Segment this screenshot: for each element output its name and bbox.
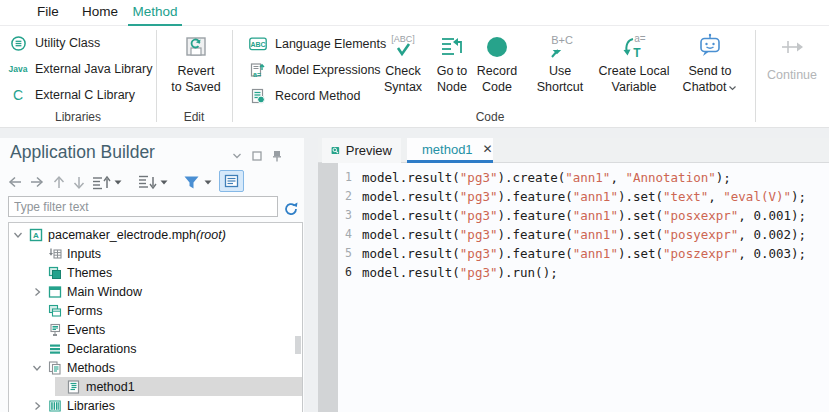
code-segment: model.result( [362, 265, 460, 280]
libraries-icon [48, 399, 62, 412]
breakpoint-margin[interactable] [318, 163, 338, 412]
menu-tab-method[interactable]: Method [128, 0, 182, 26]
events-icon [48, 323, 62, 337]
create-local-variable-button[interactable]: a=T Create Local Variable [596, 32, 672, 106]
forms-icon [48, 304, 62, 318]
chevron-down-icon[interactable] [32, 363, 42, 373]
chevron-right-icon[interactable] [32, 401, 42, 411]
go-to-node-icon [438, 32, 466, 62]
code-segment: , [708, 189, 723, 204]
nav-back-button[interactable] [8, 170, 23, 194]
code-segment: ).set( [618, 227, 663, 242]
check-syntax-button[interactable]: [ABC] Check Syntax [380, 32, 426, 106]
go-to-node-label2: Node [437, 80, 467, 94]
record-method-button[interactable]: Record Method [248, 87, 360, 105]
expand-all-button[interactable] [138, 170, 157, 194]
move-down-button[interactable] [73, 170, 85, 194]
collapse-all-dropdown-icon[interactable] [114, 170, 122, 194]
collapse-all-button[interactable] [92, 170, 111, 194]
code-line-6[interactable]: model.result("pg3").run(); [362, 263, 558, 282]
record-method-label: Record Method [275, 89, 360, 103]
panel-pin-icon[interactable] [270, 150, 284, 162]
tree-item-libraries[interactable]: Libraries [9, 396, 302, 412]
record-code-icon [485, 32, 509, 62]
continue-button[interactable]: Continue [762, 32, 822, 106]
tree-item-label: Themes [67, 266, 112, 280]
code-string-segment: "Annotation" [625, 170, 715, 185]
code-string-segment: "poszexpr" [663, 246, 738, 261]
tab-close-icon[interactable]: ✕ [483, 142, 493, 156]
code-line-2[interactable]: model.result("pg3").feature("ann1").set(… [362, 187, 806, 206]
svg-text:A: A [33, 231, 39, 240]
filter-button[interactable] [183, 170, 200, 194]
comsol-application-builder-window: File Home Method Utility Class Java Exte… [0, 0, 829, 412]
revert-to-saved-button[interactable]: Revert to Saved [160, 32, 232, 106]
code-line-5[interactable]: model.result("pg3").feature("ann1").set(… [362, 244, 806, 263]
code-line-1[interactable]: model.result("pg3").create("ann1", "Anno… [362, 168, 731, 187]
tree-item-forms[interactable]: Forms [9, 301, 302, 320]
tree-item-themes[interactable]: Themes [9, 263, 302, 282]
move-up-button[interactable] [53, 170, 65, 194]
chevron-right-icon[interactable] [32, 287, 42, 297]
send-to-chatbot-button[interactable]: Send to Chatbot [670, 32, 750, 106]
code-line-4[interactable]: model.result("pg3").feature("ann1").set(… [362, 225, 806, 244]
tab-preview[interactable]: Preview [322, 138, 401, 163]
panel-collapse-icon[interactable] [230, 150, 244, 162]
c-icon: C [8, 87, 28, 103]
line-number: 6 [338, 263, 352, 282]
tree-item-inputs[interactable]: Inputs [9, 244, 302, 263]
code-editor[interactable]: 1model.result("pg3").create("ann1", "Ann… [318, 163, 829, 412]
code-segment: ); [716, 170, 731, 185]
language-elements-icon: ABC [248, 37, 268, 51]
code-string-segment: "ann1" [573, 246, 618, 261]
code-segment: , 0.001); [738, 208, 806, 223]
revert-label-line1: Revert [178, 64, 215, 78]
menu-tab-file[interactable]: File [24, 0, 72, 26]
svg-text:a=: a= [253, 71, 261, 78]
external-java-library-label: External Java Library [35, 62, 152, 76]
tree-item-declarations[interactable]: Declarations [9, 339, 302, 358]
filter-dropdown-icon[interactable] [204, 170, 212, 194]
tree-item-main-window[interactable]: Main Window [9, 282, 302, 301]
expand-all-dropdown-icon[interactable] [160, 170, 168, 194]
code-line-3[interactable]: model.result("pg3").feature("ann1").set(… [362, 206, 806, 225]
external-c-library-button[interactable]: C External C Library [8, 86, 135, 104]
language-elements-button[interactable]: ABC Language Elements [248, 35, 386, 53]
refresh-icon[interactable] [283, 197, 299, 221]
code-string-segment: "posxexpr" [663, 208, 738, 223]
tree-item-pacemaker-electrode-mph[interactable]: Apacemaker_electrode.mph (root) [9, 225, 302, 244]
external-java-library-button[interactable]: Java External Java Library [8, 60, 152, 78]
main-window-icon [48, 285, 62, 299]
tab-method1[interactable]: method1 ✕ [407, 138, 493, 163]
use-shortcut-button[interactable]: B+C Use Shortcut [532, 32, 588, 106]
line-number: 1 [338, 168, 352, 187]
external-c-library-label: External C Library [35, 88, 135, 102]
ribbon-separator [232, 30, 233, 122]
chevron-down-icon[interactable] [13, 230, 23, 240]
model-expressions-icon: a= [248, 62, 268, 78]
utility-class-button[interactable]: Utility Class [8, 34, 100, 52]
go-to-node-button[interactable]: Go to Node [430, 32, 474, 106]
nav-forward-button[interactable] [29, 170, 44, 194]
code-segment: ).feature( [497, 208, 572, 223]
tree-item-method1[interactable]: method1 [9, 377, 302, 396]
code-string-segment: "pg3" [460, 189, 498, 204]
code-segment: model.result( [362, 170, 460, 185]
send-to-chatbot-label1: Send to [688, 64, 731, 78]
line-number: 3 [338, 206, 352, 225]
code-segment: model.result( [362, 246, 460, 261]
record-code-label1: Record [477, 64, 517, 78]
menu-bar: File Home Method [0, 0, 829, 26]
application-builder-panel: Application Builder [0, 138, 304, 412]
filter-text-input[interactable] [8, 196, 278, 217]
code-segment: ).set( [618, 208, 663, 223]
tree-item-events[interactable]: Events [9, 320, 302, 339]
svg-text:a=: a= [634, 33, 646, 44]
menu-tab-home[interactable]: Home [72, 0, 128, 26]
show-all-toggle-button[interactable] [219, 170, 244, 192]
model-expressions-button[interactable]: a= Model Expressions [248, 61, 381, 79]
tree-item-methods[interactable]: Methods [9, 358, 302, 377]
panel-float-icon[interactable] [250, 150, 264, 162]
method-doc-icon [67, 380, 80, 394]
record-code-button[interactable]: Record Code [472, 32, 522, 106]
